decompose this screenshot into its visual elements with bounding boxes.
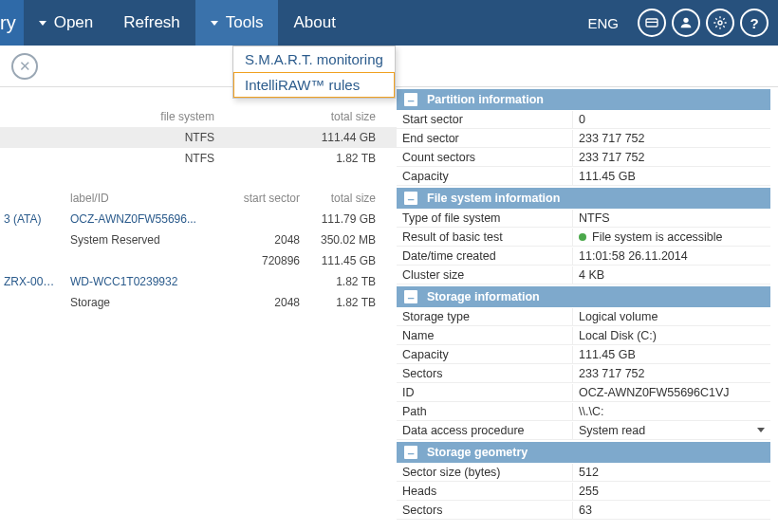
- disk-id: WD-WCC1T0239932: [66, 275, 218, 288]
- property-value: 11:01:58 26.11.2014: [572, 248, 770, 265]
- property-value: File system is accessible: [572, 229, 770, 246]
- property-value-text: 111.45 GB: [579, 348, 636, 361]
- property-key: ID: [397, 384, 572, 401]
- property-value: Local Disk (C:): [572, 327, 770, 344]
- disk-port: 3 (ATA): [0, 212, 66, 226]
- property-value: 111.45 GB: [572, 346, 770, 363]
- disk-row[interactable]: ZRX-00DC... WD-WCC1T0239932 1.82 TB: [0, 271, 397, 292]
- property-row: Count sectors233 717 752: [397, 148, 770, 167]
- close-button[interactable]: ✕: [11, 53, 38, 80]
- main-menu: Open Refresh Tools About: [24, 0, 351, 46]
- collapse-icon: –: [404, 290, 417, 303]
- dropdown-item-label: IntelliRAW™ rules: [245, 77, 360, 93]
- menu-refresh[interactable]: Refresh: [108, 0, 195, 46]
- volume-size: 1.82 TB: [304, 152, 389, 165]
- section-title: Partition information: [427, 93, 544, 106]
- property-value-text: 512: [579, 466, 599, 479]
- tools-dropdown-smart[interactable]: S.M.A.R.T. monitoring: [233, 46, 395, 72]
- language-selector[interactable]: ENG: [587, 15, 619, 31]
- property-value-select[interactable]: System read: [572, 422, 770, 439]
- view-mode-button[interactable]: [638, 9, 666, 37]
- property-row: NameLocal Disk (C:): [397, 326, 770, 345]
- property-row: IDOCZ-AWNZ0FW55696C1VJ: [397, 383, 770, 402]
- menu-open-label: Open: [54, 13, 94, 32]
- property-row: Start sector0: [397, 110, 770, 129]
- property-value: \\.\C:: [572, 403, 770, 420]
- tools-dropdown: S.M.A.R.T. monitoring IntelliRAW™ rules: [232, 46, 396, 99]
- property-row: Sectors63: [397, 501, 770, 520]
- property-value: NTFS: [572, 210, 770, 227]
- property-value: OCZ-AWNZ0FW55696C1VJ: [572, 384, 770, 401]
- settings-button[interactable]: [706, 9, 734, 37]
- storage-tree: file system total size NTFS 111.44 GB NT…: [0, 87, 397, 532]
- property-value-text: 233 717 752: [579, 151, 645, 164]
- disk-ts: 111.79 GB: [304, 212, 389, 226]
- menu-open[interactable]: Open: [24, 0, 109, 46]
- section-header[interactable]: –Storage geometry: [397, 442, 770, 463]
- property-key: Name: [397, 327, 572, 344]
- tools-dropdown-intelliraw[interactable]: IntelliRAW™ rules: [233, 72, 395, 98]
- property-value: 233 717 752: [572, 365, 770, 382]
- property-key: Type of file system: [397, 210, 572, 227]
- partition-row[interactable]: System Reserved 2048 350.02 MB: [0, 229, 397, 250]
- section-header[interactable]: –File system information: [397, 188, 770, 209]
- property-key: Result of basic test: [397, 229, 572, 246]
- part-ss: 720896: [218, 254, 304, 267]
- section-title: File system information: [427, 192, 560, 205]
- volume-row[interactable]: NTFS 111.44 GB: [0, 127, 397, 148]
- property-key: Heads: [397, 483, 572, 500]
- chevron-down-icon: [757, 428, 765, 432]
- property-value-text: 233 717 752: [579, 132, 645, 145]
- caret-down-icon: [39, 21, 46, 26]
- property-row: Sector size (bytes)512: [397, 463, 770, 482]
- menu-about[interactable]: About: [278, 0, 350, 46]
- menu-tools[interactable]: Tools: [195, 0, 279, 46]
- property-row: Heads255: [397, 482, 770, 501]
- property-value-text: NTFS: [579, 211, 610, 225]
- property-row: Cluster size4 KB: [397, 266, 770, 284]
- dropdown-item-label: S.M.A.R.T. monitoring: [245, 51, 383, 67]
- volumes-header: file system total size: [0, 106, 397, 127]
- property-key: End sector: [397, 130, 572, 147]
- volume-row[interactable]: NTFS 1.82 TB: [0, 148, 397, 169]
- property-row: End sector233 717 752: [397, 129, 770, 148]
- part-ss: 2048: [218, 233, 304, 247]
- help-button[interactable]: ?: [740, 9, 769, 37]
- property-value: 233 717 752: [572, 130, 770, 147]
- disk-row[interactable]: 3 (ATA) OCZ-AWNZ0FW55696... 111.79 GB: [0, 209, 397, 229]
- property-value-text: 4 KB: [579, 268, 604, 282]
- property-value: 233 717 752: [572, 149, 770, 166]
- property-value-text: 0: [579, 113, 585, 126]
- property-value: 4 KB: [572, 266, 770, 284]
- property-value-text: System read: [579, 424, 645, 437]
- caret-down-icon: [211, 21, 218, 26]
- property-value-text: 63: [579, 504, 592, 517]
- partition-row[interactable]: 720896 111.45 GB: [0, 250, 397, 271]
- property-value: 111.45 GB: [572, 168, 770, 185]
- property-value: 255: [572, 483, 770, 500]
- property-row: Capacity111.45 GB: [397, 167, 770, 186]
- property-row: Storage typeLogical volume: [397, 307, 770, 326]
- account-button[interactable]: [672, 9, 700, 37]
- question-icon: ?: [750, 15, 758, 31]
- disks-header: label/ID start sector total size: [0, 188, 397, 209]
- status-ok-icon: [579, 233, 586, 241]
- partition-row[interactable]: Storage 2048 1.82 TB: [0, 292, 397, 313]
- menu-about-label: About: [293, 13, 335, 32]
- part-ts: 1.82 TB: [304, 296, 389, 309]
- section-header[interactable]: –Storage information: [397, 286, 770, 307]
- property-key: Date/time created: [397, 248, 572, 265]
- property-value-text: Local Disk (C:): [579, 329, 657, 342]
- volume-fs: NTFS: [66, 152, 218, 165]
- section-header[interactable]: –Partition information: [397, 89, 770, 110]
- property-value-text: 255: [579, 485, 599, 498]
- collapse-icon: –: [404, 192, 417, 205]
- property-row: Sectors233 717 752: [397, 364, 770, 383]
- section-title: Storage geometry: [427, 446, 528, 459]
- top-menubar: ry Open Refresh Tools About ENG ?: [0, 0, 778, 46]
- property-key: Path: [397, 403, 572, 420]
- disk-id: OCZ-AWNZ0FW55696...: [66, 212, 218, 226]
- property-value-text: 233 717 752: [579, 367, 645, 380]
- property-row: Capacity111.45 GB: [397, 345, 770, 364]
- property-row[interactable]: Data access procedureSystem read: [397, 421, 770, 440]
